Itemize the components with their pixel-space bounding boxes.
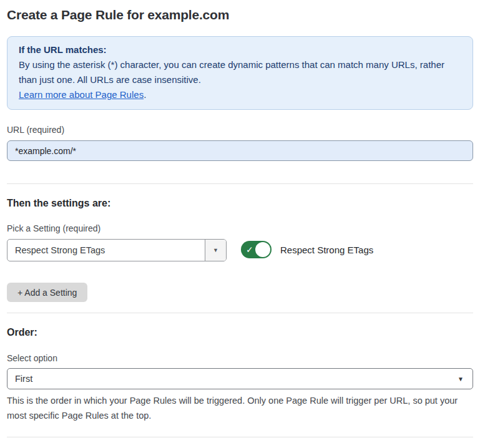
setting-toggle-group: ✓ Respect Strong ETags (241, 241, 373, 258)
create-page-rule-form: Create a Page Rule for example.com If th… (0, 0, 480, 448)
order-select-label: Select option (7, 353, 473, 363)
info-box-body: By using the asterisk (*) character, you… (19, 57, 461, 87)
order-select[interactable]: First ▼ (7, 368, 473, 389)
divider (7, 437, 473, 437)
url-field-label: URL (required) (7, 125, 473, 135)
toggle-knob (255, 242, 270, 257)
setting-toggle[interactable]: ✓ (241, 241, 272, 258)
info-box-heading: If the URL matches: (19, 42, 461, 57)
check-icon: ✓ (246, 245, 253, 254)
setting-select-caret-button[interactable]: ▼ (205, 240, 226, 261)
url-match-info-box: If the URL matches: By using the asteris… (7, 36, 473, 110)
order-select-value: First (15, 374, 32, 384)
divider (7, 183, 473, 184)
order-section-heading: Order: (7, 327, 473, 338)
chevron-down-icon: ▼ (458, 376, 464, 382)
setting-row: Respect Strong ETags ▼ ✓ Respect Strong … (7, 239, 473, 261)
order-help-text: This is the order in which your Page Rul… (7, 393, 471, 423)
info-box-link-line: Learn more about Page Rules. (19, 87, 461, 102)
url-input[interactable] (7, 140, 473, 161)
learn-more-link[interactable]: Learn more about Page Rules (19, 89, 144, 100)
setting-select-value: Respect Strong ETags (7, 240, 205, 261)
page-title: Create a Page Rule for example.com (7, 7, 473, 22)
pick-setting-label: Pick a Setting (required) (7, 223, 473, 233)
chevron-down-icon: ▼ (213, 247, 218, 253)
setting-toggle-label: Respect Strong ETags (280, 245, 373, 255)
link-suffix: . (144, 89, 146, 100)
setting-select[interactable]: Respect Strong ETags ▼ (7, 239, 227, 261)
settings-section-heading: Then the settings are: (7, 198, 473, 209)
add-setting-button[interactable]: + Add a Setting (7, 283, 87, 302)
divider (7, 313, 473, 313)
